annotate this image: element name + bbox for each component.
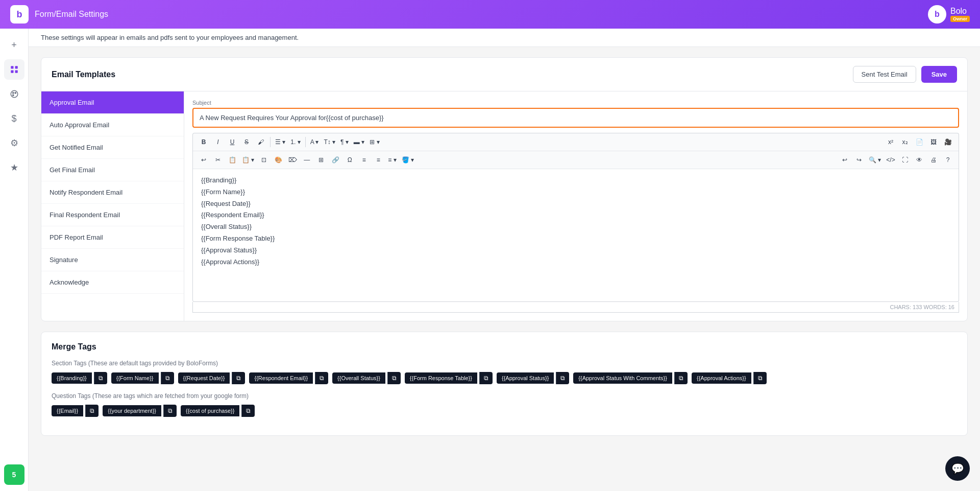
sidebar-item-settings[interactable]: ⚙ bbox=[4, 133, 24, 153]
bold-button[interactable]: B bbox=[197, 135, 210, 149]
template-item-approval[interactable]: Approval Email bbox=[41, 91, 184, 114]
redo-button[interactable]: ↪ bbox=[852, 153, 866, 167]
tag-respondent-email-copy[interactable]: ⧉ bbox=[315, 372, 328, 384]
sidebar-item-add[interactable]: + bbox=[4, 35, 24, 55]
align-center-button[interactable]: ≡ bbox=[372, 153, 385, 167]
template-item-get-final[interactable]: Get Final Email bbox=[41, 159, 184, 181]
tag-approval-status-comments-copy[interactable]: ⧉ bbox=[674, 372, 688, 384]
table-dropdown[interactable]: ⊞ ▾ bbox=[368, 137, 381, 147]
save-button[interactable]: Save bbox=[921, 66, 957, 83]
tag-form-name-copy[interactable]: ⧉ bbox=[161, 372, 174, 384]
omega-button[interactable]: Ω bbox=[343, 153, 356, 167]
italic-button[interactable]: I bbox=[211, 135, 225, 149]
card-body: Approval Email Auto Approval Email Get N… bbox=[41, 91, 967, 321]
sidebar-item-palette[interactable] bbox=[4, 84, 24, 104]
help-button[interactable]: ? bbox=[941, 153, 954, 167]
tag-request-date-copy[interactable]: ⧉ bbox=[232, 372, 245, 384]
svg-rect-1 bbox=[15, 66, 17, 68]
superscript-button[interactable]: x² bbox=[884, 135, 897, 149]
link-button[interactable]: 🔗 bbox=[329, 153, 342, 167]
subscript-button[interactable]: x₂ bbox=[898, 135, 912, 149]
insert-video-button[interactable]: 🎥 bbox=[941, 135, 954, 149]
tag-approval-status-label: {{Approval Status}} bbox=[497, 372, 554, 384]
align-dropdown[interactable]: ≡ ▾ bbox=[386, 155, 398, 165]
tag-respondent-email: {{Respondent Email}} ⧉ bbox=[249, 372, 328, 384]
fullscreen-button[interactable]: ⛶ bbox=[898, 153, 912, 167]
tag-form-name-label: {{Form Name}} bbox=[111, 372, 159, 384]
editor-content[interactable]: {{Branding}} {{Form Name}} {{Request Dat… bbox=[192, 169, 959, 302]
tag-form-response-table: {{Form Response Table}} ⧉ bbox=[405, 372, 493, 384]
svg-point-6 bbox=[15, 92, 16, 93]
strikethrough-button[interactable]: S bbox=[240, 135, 253, 149]
tag-approval-actions: {{Approval Actions}} ⧉ bbox=[692, 372, 767, 384]
app-logo: b bbox=[10, 5, 29, 24]
tag-email: {{Email}} ⧉ bbox=[52, 405, 99, 417]
tag-branding-label: {{Branding}} bbox=[52, 372, 92, 384]
paste-dropdown[interactable]: 📋 ▾ bbox=[240, 155, 256, 165]
code-button[interactable]: </> bbox=[884, 153, 897, 167]
chars-count: CHARS: 133 WORDS: 16 bbox=[890, 304, 954, 310]
question-tags-row: {{Email}} ⧉ {{your department}} ⧉ {{cost… bbox=[52, 405, 957, 417]
preview-button[interactable]: 👁 bbox=[913, 153, 926, 167]
sidebar: + $ ⚙ ★ 5 bbox=[0, 29, 29, 491]
tag-cost-of-purchase-copy[interactable]: ⧉ bbox=[241, 405, 255, 417]
tag-approval-status-copy[interactable]: ⧉ bbox=[556, 372, 569, 384]
select-all-button[interactable]: ⊡ bbox=[257, 153, 271, 167]
content-area: These settings will appear in emails and… bbox=[29, 29, 980, 491]
template-item-final-respondent[interactable]: Final Respondent Email bbox=[41, 204, 184, 226]
insert-file-button[interactable]: 📄 bbox=[913, 135, 926, 149]
tag-your-department-copy[interactable]: ⧉ bbox=[163, 405, 177, 417]
tag-overall-status: {{Overall Status}} ⧉ bbox=[332, 372, 401, 384]
sidebar-item-star[interactable]: ★ bbox=[4, 157, 24, 178]
font-color-dropdown[interactable]: A ▾ bbox=[308, 137, 321, 147]
tag-form-response-table-copy[interactable]: ⧉ bbox=[479, 372, 493, 384]
template-item-get-notified[interactable]: Get Notified Email bbox=[41, 136, 184, 159]
template-item-notify-respondent[interactable]: Notify Respondent Email bbox=[41, 181, 184, 204]
align-left-button[interactable]: ≡ bbox=[357, 153, 371, 167]
tag-cost-of-purchase: {{cost of purchase}} ⧉ bbox=[181, 405, 255, 417]
cut-button[interactable]: ✂ bbox=[211, 153, 225, 167]
notification-badge[interactable]: 5 bbox=[4, 464, 24, 485]
svg-rect-0 bbox=[11, 66, 13, 68]
insert-image-button[interactable]: 🖼 bbox=[927, 135, 940, 149]
tag-approval-actions-label: {{Approval Actions}} bbox=[692, 372, 751, 384]
template-item-acknowledge[interactable]: Acknowledge bbox=[41, 271, 184, 294]
tag-approval-status: {{Approval Status}} ⧉ bbox=[497, 372, 569, 384]
main-content: Email Templates Sent Test Email Save App… bbox=[29, 47, 980, 446]
list-dropdown[interactable]: ☰ ▾ bbox=[273, 137, 287, 147]
tag-request-date-label: {{Request Date}} bbox=[178, 372, 230, 384]
underline-button[interactable]: U bbox=[226, 135, 239, 149]
undo-button[interactable]: ↩ bbox=[838, 153, 851, 167]
eraser-button[interactable]: ⌦ bbox=[286, 153, 299, 167]
highlight-button[interactable]: 🖌 bbox=[254, 135, 267, 149]
subject-input[interactable] bbox=[192, 108, 959, 128]
print-button[interactable]: 🖨 bbox=[927, 153, 940, 167]
page-title: Form/Email Settings bbox=[35, 10, 108, 19]
tag-branding-copy[interactable]: ⧉ bbox=[94, 372, 107, 384]
table-button[interactable]: ⊞ bbox=[314, 153, 328, 167]
card-header: Email Templates Sent Test Email Save bbox=[41, 58, 967, 91]
block-dropdown[interactable]: ▬ ▾ bbox=[352, 137, 366, 147]
tag-approval-actions-copy[interactable]: ⧉ bbox=[753, 372, 767, 384]
ordered-list-dropdown[interactable]: 1. ▾ bbox=[288, 137, 302, 147]
paint-bucket-dropdown[interactable]: 🪣 ▾ bbox=[400, 155, 416, 165]
copy-button[interactable]: 📋 bbox=[226, 153, 239, 167]
paragraph-dropdown[interactable]: ¶ ▾ bbox=[338, 137, 351, 147]
text-format-dropdown[interactable]: T↕ ▾ bbox=[322, 137, 337, 147]
template-item-auto-approval[interactable]: Auto Approval Email bbox=[41, 114, 184, 136]
search-dropdown[interactable]: 🔍 ▾ bbox=[867, 155, 883, 165]
arrow-button[interactable]: ↩ bbox=[197, 153, 210, 167]
sidebar-item-dashboard[interactable] bbox=[4, 59, 24, 80]
chat-bubble[interactable]: 💬 bbox=[945, 456, 970, 481]
hr-button[interactable]: — bbox=[300, 153, 313, 167]
template-item-signature[interactable]: Signature bbox=[41, 249, 184, 271]
sidebar-item-dollar[interactable]: $ bbox=[4, 108, 24, 129]
editor-toolbar: B I U S 🖌 ☰ ▾ 1. ▾ A ▾ T↕ ▾ bbox=[192, 133, 959, 169]
tag-overall-status-copy[interactable]: ⧉ bbox=[387, 372, 401, 384]
tag-email-copy[interactable]: ⧉ bbox=[85, 405, 99, 417]
send-test-email-button[interactable]: Sent Test Email bbox=[853, 66, 916, 83]
user-name: Bolo bbox=[950, 7, 970, 16]
format-button[interactable]: 🎨 bbox=[272, 153, 285, 167]
template-item-pdf-report[interactable]: PDF Report Email bbox=[41, 226, 184, 249]
tag-cost-of-purchase-label: {{cost of purchase}} bbox=[181, 405, 239, 416]
